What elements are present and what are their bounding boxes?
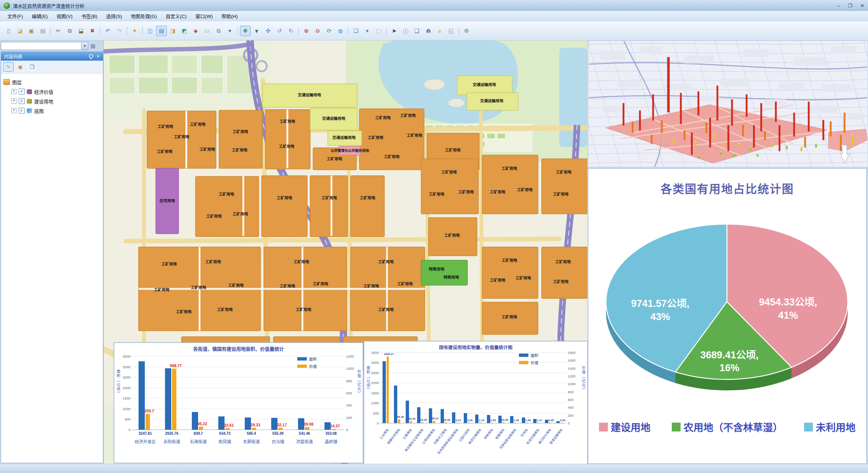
- menu-item-3[interactable]: 书签(B): [77, 11, 101, 21]
- open-folder-button[interactable]: ◪: [15, 26, 25, 36]
- window-title: 溧水区自然资源资产清查统计分析: [13, 2, 85, 9]
- value-label: 2.95: [491, 419, 496, 422]
- status-bar: [0, 464, 868, 473]
- menu-item-7[interactable]: 窗口(W): [191, 11, 217, 21]
- panel-close-icon[interactable]: ✕: [96, 54, 100, 59]
- select-features-button[interactable]: ▼: [251, 26, 262, 36]
- right-axis-tick: 0: [346, 428, 348, 432]
- chart-title: 各街道、镇国有建设用地面积、价值量统计: [114, 345, 363, 352]
- area-bar: [452, 412, 455, 423]
- tab-list-by-drawing-order[interactable]: ✎: [3, 62, 14, 72]
- value-bar: [410, 421, 412, 423]
- tree-root-row[interactable]: 图层: [3, 77, 101, 87]
- add-data-button[interactable]: ✦: [129, 26, 140, 36]
- navigate-button[interactable]: ✣: [263, 26, 273, 36]
- full-extent-globe-button[interactable]: ◍: [335, 26, 346, 36]
- locator-grid-icon[interactable]: ▦: [90, 43, 96, 49]
- style-manager-button[interactable]: ◈: [190, 26, 201, 36]
- parcel-label-i: 工矿用地: [378, 259, 394, 264]
- pointer-button[interactable]: ➤: [389, 26, 399, 36]
- combobox-dropdown-icon[interactable]: ▼: [81, 42, 88, 50]
- expand-icon[interactable]: +: [11, 98, 17, 104]
- right-axis-tick: 1600: [568, 358, 575, 362]
- menu-item-8[interactable]: 帮助(H): [217, 11, 242, 21]
- delete-button[interactable]: ✖: [87, 26, 98, 36]
- catalog-window-button[interactable]: ◨: [168, 26, 178, 36]
- menu-item-2[interactable]: 视图(V): [52, 11, 77, 21]
- undo-icon: ↶: [105, 28, 110, 34]
- expand-icon[interactable]: +: [11, 89, 17, 94]
- html-popup-button[interactable]: ❑: [412, 26, 422, 36]
- legend-swatch: [804, 423, 813, 431]
- menu-item-0[interactable]: 文件(F): [3, 11, 28, 21]
- legend-label: 农用地（不含林草湿）: [684, 420, 783, 434]
- cut-button[interactable]: ✂: [53, 26, 64, 36]
- print-button[interactable]: ▤: [37, 26, 48, 36]
- rotate-left-button[interactable]: ↺: [274, 26, 285, 36]
- copy-button[interactable]: ⧉: [64, 26, 75, 36]
- menu-item-4[interactable]: 选择(S): [102, 11, 126, 21]
- layout-view-button[interactable]: ▤: [156, 26, 167, 36]
- maximize-button[interactable]: ❐: [848, 3, 852, 8]
- refresh-view-button[interactable]: ⟳: [324, 26, 334, 36]
- overview-window-button[interactable]: ◱: [446, 26, 456, 36]
- menu-item-1[interactable]: 编辑(E): [28, 11, 52, 21]
- tab-list-by-visibility[interactable]: ❒: [27, 62, 37, 72]
- right-axis-tick: 1200: [346, 354, 354, 358]
- parcel-i: [482, 155, 538, 214]
- pointer-icon: ➤: [392, 28, 397, 34]
- area-bar: [139, 361, 145, 430]
- identify-button[interactable]: ⓘ: [400, 26, 411, 36]
- zoom-out-button[interactable]: ⊖: [312, 26, 323, 36]
- layer-checkbox[interactable]: ✓: [19, 98, 25, 104]
- panel-tab-strip: ✎◉❒: [1, 61, 103, 74]
- parcel-label-i: 工矿用地: [458, 190, 474, 194]
- parcel-label-i: 工矿用地: [378, 307, 394, 312]
- refresh-view-icon: ⟳: [327, 28, 331, 34]
- pan-button[interactable]: ✥: [240, 26, 251, 36]
- map-window-button[interactable]: ◫: [145, 26, 155, 36]
- inactive-tool-button[interactable]: ▢: [373, 26, 384, 36]
- scale-combobox[interactable]: ▼: [1, 42, 88, 50]
- tab-list-by-source[interactable]: ◉: [15, 62, 25, 72]
- rotate-right-button[interactable]: ↻: [286, 26, 296, 36]
- expand-icon[interactable]: +: [11, 108, 17, 113]
- tree-item-建设用地[interactable]: +✓建设用地: [3, 96, 101, 106]
- link-views-button[interactable]: ⧉: [213, 26, 224, 36]
- zoom-in-button[interactable]: ⊕: [301, 26, 312, 36]
- layer-checkbox[interactable]: ✓: [19, 108, 25, 114]
- value-bar: [456, 423, 458, 423]
- value-bar: [331, 429, 336, 430]
- undo-button[interactable]: ↶: [103, 26, 113, 36]
- parcel-label-i: 工矿用地: [219, 192, 234, 196]
- search-window-button[interactable]: ◩: [179, 26, 190, 36]
- minimize-button[interactable]: –: [837, 3, 840, 8]
- pin-icon[interactable]: [89, 54, 93, 58]
- close-button[interactable]: ✕: [860, 3, 864, 8]
- layer-checkbox[interactable]: ✓: [19, 89, 25, 94]
- find-button[interactable]: ⋒: [423, 26, 434, 36]
- redo-button[interactable]: ↷: [114, 26, 125, 36]
- more-windows-button[interactable]: ▾: [225, 26, 235, 36]
- find-icon: ⋒: [426, 28, 431, 34]
- scale-input[interactable]: [1, 42, 81, 50]
- menu-item-6[interactable]: 自定义(C): [161, 11, 191, 21]
- new-viewer-button[interactable]: ▭: [202, 26, 212, 36]
- dropdown-arrow-button[interactable]: ▾: [362, 26, 373, 36]
- tree-item-经济价值[interactable]: +✓经济价值: [3, 87, 101, 96]
- pie-legend: 建设用地农用地（不含林草湿）未利用地: [599, 420, 856, 434]
- bookmarks-button[interactable]: ❏: [351, 26, 361, 36]
- 3d-scene-view[interactable]: [588, 40, 868, 167]
- 3d-scene-canvas[interactable]: [588, 41, 868, 167]
- menu-item-5[interactable]: 地图处理(G): [126, 11, 161, 21]
- geoprocessing-button[interactable]: ⚙: [461, 26, 472, 36]
- save-button[interactable]: ▣: [26, 26, 37, 36]
- parcel-label-i: 工矿用地: [322, 196, 337, 200]
- legend-label: 未利用地: [816, 420, 856, 434]
- more-windows-icon: ▾: [229, 28, 232, 34]
- new-document-button[interactable]: ▯: [3, 26, 14, 36]
- value-column: [793, 112, 795, 137]
- paste-button[interactable]: ⬓: [76, 26, 86, 36]
- tree-item-底图[interactable]: +✓底图: [3, 106, 101, 115]
- measure-button[interactable]: ≡: [434, 26, 445, 36]
